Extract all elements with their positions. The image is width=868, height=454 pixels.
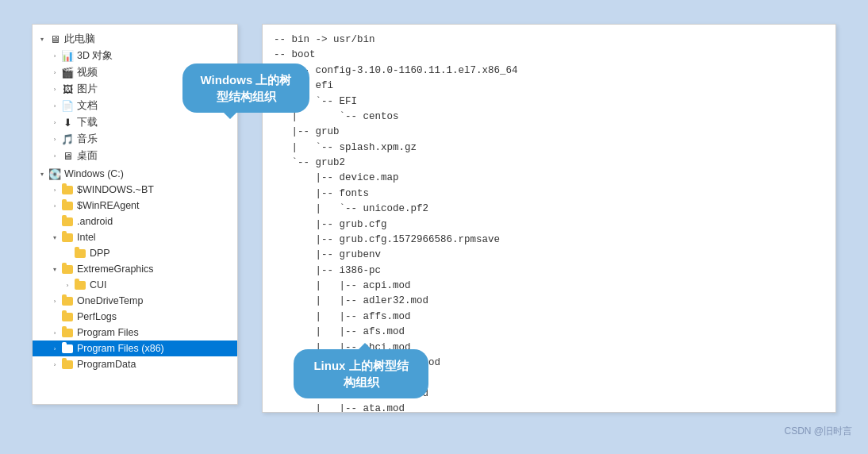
label-android: .android bbox=[77, 216, 113, 227]
label-dl: 下载 bbox=[77, 116, 98, 129]
icon-3d: 📊 bbox=[61, 50, 74, 63]
linux-tree-line: | |-- acpi.mod bbox=[274, 279, 824, 294]
arrow-pc bbox=[36, 33, 48, 46]
label-progfiles: Program Files bbox=[77, 327, 139, 338]
tree-item-onedrv[interactable]: OneDriveTemp bbox=[33, 293, 237, 309]
tree-item-extremegfx[interactable]: ExtremeGraphics bbox=[33, 261, 237, 277]
arrow-progdata bbox=[48, 358, 61, 371]
label-dpp: DPP bbox=[90, 248, 110, 259]
label-music: 音乐 bbox=[77, 133, 98, 146]
linux-tree-line: | `-- EFI bbox=[274, 94, 824, 110]
tree-item-intel[interactable]: Intel bbox=[33, 229, 237, 245]
label-winre: $WinREAgent bbox=[77, 200, 140, 211]
linux-tree-line: | |-- affs.mod bbox=[274, 310, 824, 325]
icon-onedrv bbox=[61, 294, 74, 307]
linux-tree-line: `-- grub2 bbox=[274, 156, 824, 171]
icon-android bbox=[61, 215, 74, 228]
icon-video: 🎬 bbox=[61, 67, 74, 79]
tree-item-cui[interactable]: CUI bbox=[33, 277, 237, 293]
icon-winc: 💽 bbox=[48, 167, 61, 180]
tree-item-winre[interactable]: $WinREAgent bbox=[33, 198, 237, 214]
tree-item-progfiles[interactable]: Program Files bbox=[33, 325, 237, 340]
bubble-linux: Linux 上的树型结 构组织 bbox=[294, 349, 428, 398]
label-pic: 图片 bbox=[77, 83, 98, 96]
tree-item-pc[interactable]: 🖥 此电脑 bbox=[33, 31, 237, 48]
icon-progfiles bbox=[61, 326, 74, 339]
linux-tree-line: |-- grub.cfg bbox=[274, 217, 824, 233]
label-doc: 文档 bbox=[77, 99, 98, 113]
label-winc: Windows (C:) bbox=[64, 168, 124, 179]
bubble-windows: Windows 上的树 型结构组织 bbox=[182, 63, 309, 113]
arrow-video bbox=[48, 67, 61, 79]
arrow-desktop bbox=[48, 150, 61, 163]
label-progdata: ProgramData bbox=[77, 359, 136, 370]
label-perf: PerfLogs bbox=[77, 311, 117, 322]
label-desktop: 桌面 bbox=[77, 149, 98, 163]
label-pc: 此电脑 bbox=[64, 33, 95, 46]
tree-item-3d[interactable]: 📊 3D 对象 bbox=[33, 48, 237, 64]
icon-intel bbox=[61, 231, 74, 244]
bubble-linux-text: Linux 上的树型结 构组织 bbox=[313, 359, 408, 389]
icon-pic: 🖼 bbox=[61, 83, 74, 96]
label-3d: 3D 对象 bbox=[77, 49, 113, 63]
tree-item-android[interactable]: .android bbox=[33, 214, 237, 229]
tree-item-progdata[interactable]: ProgramData bbox=[33, 356, 237, 372]
tree-item-dl[interactable]: ⬇ 下载 bbox=[33, 114, 237, 131]
tree-item-winc[interactable]: 💽 Windows (C:) bbox=[33, 166, 237, 182]
arrow-winre bbox=[48, 199, 61, 212]
linux-tree-line: |-- config-3.10.0-1160.11.1.el7.x86_64 bbox=[274, 63, 824, 79]
arrow-extremegfx bbox=[48, 263, 61, 275]
icon-perf bbox=[61, 310, 74, 323]
label-cui: CUI bbox=[90, 279, 107, 290]
icon-pc: 🖥 bbox=[48, 33, 61, 46]
linux-tree-line: |-- efi bbox=[274, 79, 824, 94]
label-winbt: $WINDOWS.~BT bbox=[77, 184, 154, 195]
label-progfiles86: Program Files (x86) bbox=[77, 343, 164, 354]
arrow-progfiles86 bbox=[48, 342, 61, 355]
icon-dl: ⬇ bbox=[61, 117, 74, 129]
arrow-onedrv bbox=[48, 294, 61, 307]
icon-doc: 📄 bbox=[61, 100, 74, 113]
main-container: 🖥 此电脑 📊 3D 对象 🎬 视频 🖼 图片 📄 文档 ⬇ 下载 bbox=[0, 0, 868, 454]
linux-tree-line: | |-- ata.mod bbox=[274, 402, 824, 413]
icon-music: 🎵 bbox=[61, 133, 74, 146]
linux-tree-line: -- bin -> usr/bin bbox=[274, 33, 824, 48]
label-intel: Intel bbox=[77, 232, 96, 243]
arrow-doc bbox=[48, 100, 61, 113]
icon-cui bbox=[74, 279, 86, 291]
tree-item-winbt[interactable]: $WINDOWS.~BT bbox=[33, 182, 237, 198]
icon-desktop: 🖥 bbox=[61, 150, 74, 163]
tree-item-music[interactable]: 🎵 音乐 bbox=[33, 131, 237, 148]
arrow-pic bbox=[48, 83, 61, 96]
arrow-dl bbox=[48, 117, 61, 129]
linux-tree-line: |-- fonts bbox=[274, 187, 824, 202]
icon-dpp bbox=[74, 247, 86, 260]
watermark-text: CSDN @旧时言 bbox=[784, 425, 852, 437]
icon-extremegfx bbox=[61, 263, 74, 275]
linux-tree-line: | `-- splash.xpm.gz bbox=[274, 140, 824, 156]
label-video: 视频 bbox=[77, 66, 98, 79]
linux-tree-line: | `-- unicode.pf2 bbox=[274, 202, 824, 217]
tree-item-progfiles86[interactable]: Program Files (x86) bbox=[33, 340, 237, 356]
linux-tree-line: -- boot bbox=[274, 48, 824, 63]
linux-tree-line: |-- grubenv bbox=[274, 248, 824, 263]
icon-winre bbox=[61, 199, 74, 212]
arrow-music bbox=[48, 133, 61, 146]
linux-tree-line: |-- device.map bbox=[274, 171, 824, 186]
linux-tree-line: |-- grub bbox=[274, 125, 824, 140]
label-onedrv: OneDriveTemp bbox=[77, 295, 143, 306]
tree-item-dpp[interactable]: DPP bbox=[33, 245, 237, 261]
arrow-winc bbox=[36, 167, 48, 180]
arrow-intel bbox=[48, 231, 61, 244]
linux-tree-line: | |-- adler32.mod bbox=[274, 294, 824, 309]
arrow-3d bbox=[48, 50, 61, 63]
arrow-winbt bbox=[48, 183, 61, 196]
icon-progdata bbox=[61, 358, 74, 371]
tree-item-desktop[interactable]: 🖥 桌面 bbox=[33, 148, 237, 164]
watermark: CSDN @旧时言 bbox=[784, 425, 852, 438]
tree-item-perf[interactable]: PerfLogs bbox=[33, 309, 237, 325]
arrow-cui bbox=[61, 279, 74, 291]
icon-progfiles86 bbox=[61, 342, 74, 355]
linux-tree-line: | `-- centos bbox=[274, 110, 824, 125]
linux-tree-line: |-- grub.cfg.1572966586.rpmsave bbox=[274, 233, 824, 248]
